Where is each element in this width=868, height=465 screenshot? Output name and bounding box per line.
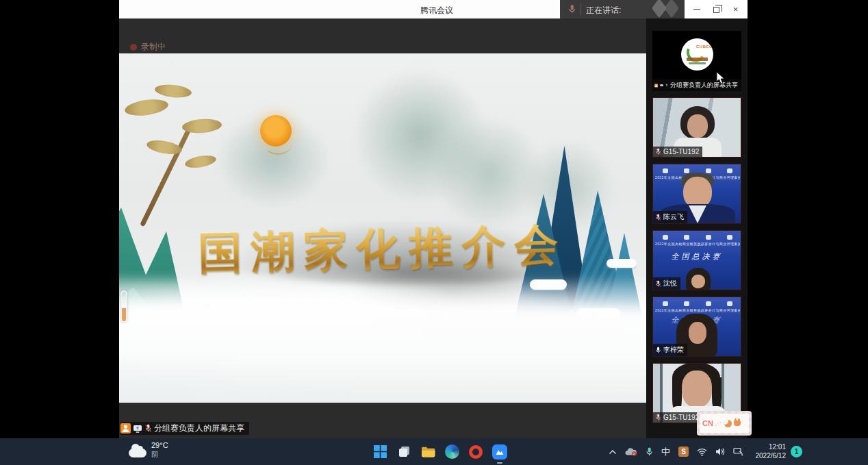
tencent-meeting-button[interactable] <box>491 442 509 461</box>
active-app-indicator <box>497 462 502 464</box>
participant-figure <box>691 275 705 288</box>
weather-widget[interactable]: 29°C 阴 <box>129 441 168 459</box>
logo-text-band <box>689 62 706 64</box>
participants-sidebar: CUBEC 分组赛负责人的屏幕共享 G15-TU192 <box>646 18 748 438</box>
window-controls: × <box>685 0 748 18</box>
window-title: 腾讯会议 <box>420 5 453 16</box>
mic-muted-icon <box>655 214 661 221</box>
separator <box>580 3 581 15</box>
taskbar-apps <box>371 442 509 461</box>
taskbar-clock[interactable]: 12:01 2022/6/12 <box>756 442 787 460</box>
task-view-button[interactable] <box>395 442 413 461</box>
participant-figure <box>687 114 708 138</box>
logo-word: CUBEC <box>696 45 713 49</box>
system-tray: 中 S <box>609 438 743 465</box>
ime-status-bar[interactable]: CN ,·’ <box>697 411 752 436</box>
participant-tile-screen-share[interactable]: CUBEC 分组赛负责人的屏幕共享 <box>652 31 741 91</box>
participant-label: 沈悦 <box>653 277 680 290</box>
clock-time: 12:01 <box>756 442 787 451</box>
edge-browser-button[interactable] <box>443 442 461 461</box>
meeting-watermark-icon <box>664 0 679 18</box>
participant-figure <box>682 370 712 407</box>
participant-label: G15-TU192 <box>653 147 702 157</box>
desktop: 腾讯会议 正在讲话: × 录制中 <box>0 0 868 465</box>
presenter-badge-icon <box>120 423 131 433</box>
clock-date: 2022/6/12 <box>756 451 787 460</box>
recording-label: 录制中 <box>141 41 166 53</box>
ime-moon-icon[interactable] <box>724 420 732 427</box>
backdrop-banner-text: 2022年全国高校商业精英挑战赛会计与商业管理案例竞赛 <box>655 242 740 246</box>
mouse-cursor <box>716 71 726 87</box>
ime-inner: CN ,·’ <box>700 414 749 433</box>
participant-name: G15-TU192 <box>663 148 699 155</box>
logo-text-band <box>687 58 708 61</box>
pine-branch <box>140 123 194 227</box>
ime-mode-indicator[interactable]: 中 <box>661 446 670 458</box>
participant-tile-video[interactable]: 2022年全国高校商业精英挑战赛会计与商业管理案例竞赛 陈云飞 <box>652 164 741 224</box>
recording-dot-icon <box>130 44 137 51</box>
sun-ring <box>264 134 292 155</box>
sogou-input-icon[interactable]: S <box>678 447 689 457</box>
annotation-slider-handle[interactable] <box>120 290 127 323</box>
mic-muted-icon <box>655 280 661 288</box>
screen-share-icon <box>133 425 142 433</box>
participant-tile-video[interactable]: 2022年全国高校商业精英挑战赛会计与商业管理案例竞赛 全国总决赛 李梓荣 <box>652 297 741 357</box>
file-explorer-button[interactable] <box>419 442 437 461</box>
backdrop-finals-title: 全国总决赛 <box>653 251 741 262</box>
minimize-button[interactable] <box>689 3 704 16</box>
screen-share-icon <box>660 82 663 89</box>
recording-indicator: 录制中 <box>130 41 166 53</box>
onedrive-error-icon[interactable] <box>625 447 637 456</box>
pine-needles <box>124 97 169 118</box>
mic-muted-icon <box>665 81 668 89</box>
tray-expand-chevron[interactable] <box>609 449 617 455</box>
notification-badge[interactable]: 1 <box>791 446 802 457</box>
sharer-name-overlay: 分组赛负责人的屏幕共享 <box>120 422 249 435</box>
speaking-label: 正在讲话: <box>586 5 621 16</box>
cloud-sea <box>119 300 646 403</box>
windows-taskbar: 29°C 阴 <box>0 438 868 465</box>
ime-skin-icon[interactable] <box>734 420 741 426</box>
mic-muted-icon <box>655 414 661 421</box>
backdrop-banner-text: 2022年全国高校商业精英挑战赛会计与商业管理案例竞赛 <box>655 308 740 312</box>
participant-label: 陈云飞 <box>653 211 687 223</box>
mic-muted-icon <box>655 148 661 155</box>
participant-name: 分组赛负责人的屏幕共享 <box>670 81 738 90</box>
participant-name: G15-TU192 <box>663 414 699 421</box>
weather-temp: 29°C <box>151 441 168 450</box>
ime-punctuation-icon[interactable]: ,·’ <box>715 420 722 427</box>
participant-label: 分组赛负责人的屏幕共享 <box>652 79 741 91</box>
cast-device-icon[interactable] <box>733 447 743 456</box>
sharer-name: 分组赛负责人的屏幕共享 <box>154 423 244 434</box>
wifi-icon[interactable] <box>697 448 707 456</box>
window-titlebar: 腾讯会议 <box>119 0 560 18</box>
weather-condition: 阴 <box>151 450 168 459</box>
close-button[interactable]: × <box>728 3 743 16</box>
participant-tile-video[interactable]: 2022年全国高校商业精英挑战赛会计与商业管理案例竞赛 全国总决赛 沈悦 <box>652 230 741 290</box>
restore-button[interactable] <box>709 3 724 16</box>
backdrop-logos <box>663 301 732 306</box>
start-button[interactable] <box>371 442 389 461</box>
cloud-icon <box>129 449 146 457</box>
participant-label: 李梓荣 <box>653 344 687 356</box>
participant-name: 李梓荣 <box>663 345 684 355</box>
participant-name: 陈云飞 <box>663 212 684 222</box>
opera-browser-button[interactable] <box>467 442 485 461</box>
pine-needles <box>154 83 192 99</box>
ime-language-indicator[interactable]: CN <box>702 419 713 427</box>
mic-muted-icon <box>144 424 152 433</box>
participant-label: G15-TU192 <box>653 412 702 423</box>
participant-tile-video[interactable]: G15-TU192 <box>652 97 741 158</box>
mic-on-icon <box>655 347 661 354</box>
speaking-mic-icon <box>568 4 576 16</box>
backdrop-logos <box>663 235 732 240</box>
cubec-logo: CUBEC <box>681 38 713 71</box>
participant-name: 沈悦 <box>663 279 677 288</box>
volume-icon[interactable] <box>715 447 725 456</box>
presenter-badge-icon <box>654 81 658 90</box>
shared-screen-view: 录制中 <box>119 18 646 438</box>
microphone-tray-icon[interactable] <box>646 447 653 457</box>
shared-presentation-slide: 国潮家化推介会 <box>119 53 646 403</box>
participant-figure <box>689 322 706 344</box>
